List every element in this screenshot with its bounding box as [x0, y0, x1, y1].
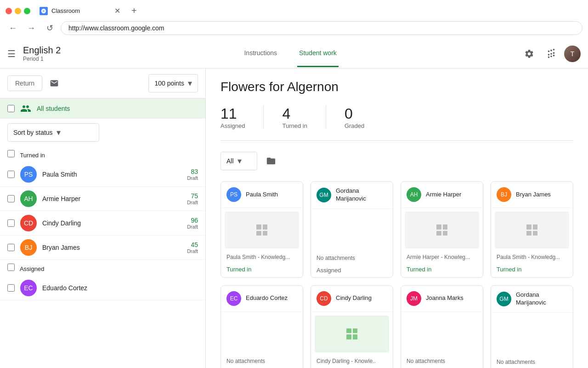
- tab-close-button[interactable]: ✕: [114, 6, 120, 15]
- tab-instructions[interactable]: Instructions: [242, 40, 279, 67]
- student-row[interactable]: BJ Bryan James 45 Draft: [0, 236, 205, 260]
- card-name: Armie Harper: [426, 191, 461, 199]
- student-grade-cindy: 96 Draft: [187, 217, 198, 230]
- card-thumbnail: [225, 212, 299, 248]
- card-status: Turned in: [401, 262, 483, 276]
- browser-tab[interactable]: Classroom ✕: [34, 4, 126, 18]
- maximize-dot[interactable]: [24, 8, 30, 14]
- return-button[interactable]: Return: [7, 75, 42, 91]
- student-row[interactable]: CD Cindy Darling 96 Draft: [0, 211, 205, 236]
- card-header: GM Gordana Marijanovic: [491, 286, 573, 313]
- student-card[interactable]: EC Eduardo Cortez No attachments: [220, 285, 303, 368]
- card-name: Gordana Marijanovic: [336, 187, 387, 203]
- card-header: PS Paula Smith: [221, 182, 303, 208]
- card-thumbnail: [405, 212, 479, 248]
- card-header: EC Eduardo Cortez: [221, 286, 303, 312]
- stats-row: 11 Assigned 4 Turned in 0 Graded: [220, 105, 573, 141]
- sort-select[interactable]: Sort by status ▾: [7, 123, 99, 142]
- card-header: GM Gordana Marijanovic: [311, 182, 393, 209]
- back-button[interactable]: ←: [6, 21, 20, 35]
- header-tabs: Instructions Student work: [61, 40, 520, 67]
- app-header: ☰ English 2 Period 1 Instructions Studen…: [0, 39, 588, 69]
- class-name: English 2: [23, 45, 61, 56]
- card-empty-thumb: [405, 316, 479, 352]
- attachment-icon: [346, 328, 357, 339]
- card-status: Turned in: [491, 262, 573, 276]
- student-checkbox-paula[interactable]: [7, 171, 15, 178]
- address-bar-row: ← → ↺: [0, 18, 588, 39]
- card-attachment-label: Cindy Darling - Knowle..: [311, 356, 393, 366]
- student-card[interactable]: PS Paula Smith Paula Smith - Knowledg...…: [220, 181, 303, 278]
- mail-button[interactable]: [46, 75, 62, 92]
- card-status: [401, 366, 483, 368]
- card-name: Bryan James: [516, 191, 551, 199]
- apps-button[interactable]: [542, 45, 560, 63]
- grade-status: Draft: [187, 224, 198, 230]
- student-card[interactable]: CD Cindy Darling Cindy Darling - Knowle.…: [311, 285, 393, 368]
- card-avatar: GM: [497, 292, 511, 306]
- student-card[interactable]: GM Gordana Marijanovic No attachments: [491, 285, 573, 368]
- sidebar: Return 100 points ▾ All students Sort by…: [0, 69, 206, 368]
- sort-label: Sort by status: [13, 129, 53, 136]
- student-checkbox-armie[interactable]: [7, 195, 15, 202]
- card-status: [221, 366, 303, 368]
- settings-button[interactable]: [520, 45, 538, 63]
- student-card[interactable]: JM Joanna Marks No attachments: [401, 285, 483, 368]
- app-title: English 2 Period 1: [23, 45, 61, 62]
- card-attachment-label: No attachments: [311, 253, 393, 263]
- student-name-eduardo: Eduardo Cortez: [42, 284, 192, 292]
- student-avatar-bryan: BJ: [20, 239, 37, 256]
- address-input[interactable]: [61, 21, 582, 35]
- minimize-dot[interactable]: [15, 8, 21, 14]
- tab-student-work[interactable]: Student work: [297, 40, 339, 67]
- attachment-icon: [526, 224, 537, 236]
- all-students-icon: [20, 103, 31, 114]
- forward-button[interactable]: →: [24, 21, 39, 35]
- card-thumbnail: [315, 316, 389, 352]
- student-name-bryan: Bryan James: [42, 244, 181, 251]
- new-tab-button[interactable]: +: [131, 6, 137, 16]
- card-name: Eduardo Cortez: [246, 294, 288, 302]
- window-controls: [6, 8, 30, 14]
- filter-row: All ▾: [220, 152, 573, 170]
- assigned-checkbox[interactable]: [7, 264, 15, 271]
- close-dot[interactable]: [6, 8, 12, 14]
- student-checkbox-eduardo[interactable]: [7, 284, 15, 292]
- folder-button[interactable]: [263, 153, 279, 169]
- stat-graded-number: 0: [345, 105, 353, 122]
- student-card[interactable]: BJ Bryan James Paula Smith - Knowledg...…: [491, 181, 573, 278]
- all-students-checkbox[interactable]: [7, 105, 15, 112]
- user-avatar[interactable]: T: [564, 46, 581, 62]
- stat-assigned: 11 Assigned: [220, 105, 264, 129]
- student-checkbox-cindy[interactable]: [7, 219, 15, 227]
- card-status: Turned in: [221, 262, 303, 276]
- card-thumbnail: [495, 212, 569, 248]
- filter-select[interactable]: All ▾: [220, 152, 257, 170]
- student-row[interactable]: PS Paula Smith 83 Draft: [0, 162, 205, 187]
- assignment-title: Flowers for Algernon: [220, 80, 573, 94]
- grade-status: Draft: [187, 200, 198, 205]
- all-students-row[interactable]: All students: [0, 98, 205, 119]
- grade-status: Draft: [187, 248, 198, 254]
- turned-in-checkbox[interactable]: [7, 150, 15, 157]
- student-checkbox-bryan[interactable]: [7, 244, 15, 251]
- student-grade-armie: 75 Draft: [187, 192, 198, 205]
- turned-in-header: Turned in: [0, 146, 205, 162]
- student-row[interactable]: AH Armie Harper 75 Draft: [0, 187, 205, 211]
- refresh-button[interactable]: ↺: [42, 21, 57, 35]
- student-name-cindy: Cindy Darling: [42, 219, 181, 227]
- cards-grid: PS Paula Smith Paula Smith - Knowledg...…: [220, 181, 573, 368]
- card-empty-thumb: [315, 213, 389, 249]
- sort-row: Sort by status ▾: [0, 119, 205, 146]
- content-area: Flowers for Algernon 11 Assigned 4 Turne…: [206, 69, 588, 368]
- grade-value: 96: [187, 217, 198, 224]
- student-row[interactable]: EC Eduardo Cortez: [0, 276, 205, 300]
- points-selector[interactable]: 100 points ▾: [148, 74, 198, 92]
- card-attachment-label: No attachments: [401, 356, 483, 366]
- tab-favicon: [40, 7, 48, 15]
- card-avatar: AH: [407, 187, 421, 202]
- student-avatar-armie: AH: [20, 190, 37, 207]
- student-card[interactable]: GM Gordana Marijanovic No attachments As…: [311, 181, 393, 278]
- student-card[interactable]: AH Armie Harper Armie Harper - Knowleg..…: [401, 181, 483, 278]
- hamburger-icon[interactable]: ☰: [7, 48, 16, 59]
